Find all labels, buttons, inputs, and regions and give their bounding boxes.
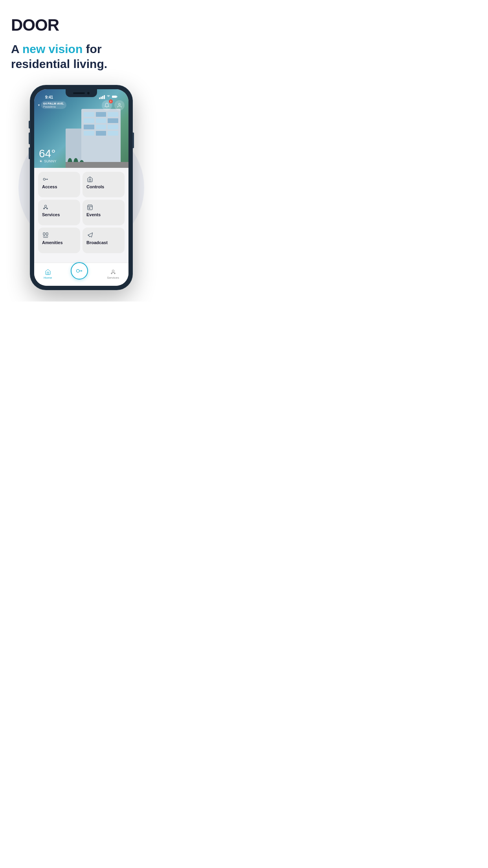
svg-rect-14 xyxy=(88,205,92,210)
amenities-card[interactable]: Amenities xyxy=(38,228,80,253)
profile-button[interactable] xyxy=(114,100,125,110)
address-pill: 64 PALM AVE. Pasadena xyxy=(41,101,66,109)
sun-icon xyxy=(39,159,43,163)
events-label: Events xyxy=(86,212,121,217)
services-icon xyxy=(42,204,49,211)
svg-point-3 xyxy=(40,160,42,162)
wifi-icon xyxy=(106,95,110,99)
access-card[interactable]: Access xyxy=(38,172,80,197)
front-camera xyxy=(87,92,90,94)
svg-rect-1 xyxy=(117,96,117,97)
tagline-part1: A xyxy=(11,42,22,55)
building-illustration xyxy=(66,101,128,168)
road xyxy=(66,162,128,168)
speaker xyxy=(73,92,85,94)
side-button-left-2 xyxy=(29,132,30,144)
broadcast-card[interactable]: Broadcast xyxy=(83,228,125,253)
bottom-nav: Home xyxy=(34,263,128,286)
megaphone-icon xyxy=(86,232,94,239)
side-button-left-1 xyxy=(29,121,30,129)
phone-mockup: 9:41 xyxy=(11,85,152,290)
nav-key-button[interactable] xyxy=(71,262,88,280)
notification-badge: 1 xyxy=(109,99,113,103)
weather-condition: SUNNY xyxy=(39,159,57,163)
svg-point-11 xyxy=(44,205,46,207)
svg-line-7 xyxy=(42,162,42,163)
nav-services[interactable]: Services xyxy=(107,269,119,280)
amenities-label: Amenities xyxy=(42,240,76,245)
svg-rect-20 xyxy=(46,233,48,235)
app-title: DOOR xyxy=(11,16,152,35)
weather-overlay: 64° SUNNY xyxy=(39,148,57,163)
signal-bars-icon xyxy=(99,95,105,99)
building-windows xyxy=(81,109,121,139)
address-sub: Pasadena xyxy=(43,105,64,108)
broadcast-label: Broadcast xyxy=(86,240,121,245)
nav-home-label: Home xyxy=(44,276,52,280)
svg-point-2 xyxy=(119,103,121,105)
user-icon xyxy=(117,103,122,108)
svg-point-10 xyxy=(43,178,45,180)
status-icons xyxy=(99,95,117,99)
top-right-icons: 1 xyxy=(102,100,125,110)
services-card[interactable]: Services xyxy=(38,200,80,225)
grid-row-2: Services xyxy=(38,200,125,225)
tagline: A new vision for residential living. xyxy=(11,42,152,71)
side-button-left-3 xyxy=(29,147,30,159)
phone-device: 9:41 xyxy=(30,85,132,290)
nav-services-label: Services xyxy=(107,276,119,280)
services-label: Services xyxy=(42,212,76,217)
svg-rect-18 xyxy=(89,208,90,209)
svg-line-22 xyxy=(88,235,89,235)
grid-row-1: Access Controls xyxy=(38,172,125,197)
svg-point-24 xyxy=(112,270,114,272)
svg-rect-0 xyxy=(112,96,117,98)
chevron-down-icon: ▾ xyxy=(38,103,40,107)
calendar-icon xyxy=(86,204,94,211)
controls-label: Controls xyxy=(86,184,121,189)
svg-point-23 xyxy=(77,269,80,272)
events-card[interactable]: Events xyxy=(83,200,125,225)
grid-row-3: Amenities Broadcast xyxy=(38,228,125,253)
side-button-right xyxy=(132,132,134,148)
bell-icon xyxy=(104,103,110,108)
svg-line-6 xyxy=(40,160,40,160)
home-controls-icon xyxy=(86,176,94,183)
svg-rect-19 xyxy=(43,233,45,235)
grid-section: Access Controls xyxy=(34,168,128,263)
condition-text: SUNNY xyxy=(44,159,57,163)
address-bar[interactable]: ▾ 64 PALM AVE. Pasadena xyxy=(38,101,66,109)
phone-notch xyxy=(66,89,97,97)
address-main: 64 PALM AVE. xyxy=(43,102,64,105)
controls-card[interactable]: Controls xyxy=(83,172,125,197)
phone-screen: 9:41 xyxy=(34,89,128,286)
battery-icon xyxy=(112,95,117,99)
notification-button[interactable]: 1 xyxy=(102,100,112,110)
pool-icon xyxy=(42,232,49,239)
temperature: 64° xyxy=(39,148,57,159)
access-label: Access xyxy=(42,184,76,189)
nav-home[interactable]: Home xyxy=(44,269,52,280)
key-icon xyxy=(42,176,49,183)
page-container: DOOR A new vision for residential living… xyxy=(0,0,163,302)
status-time: 9:41 xyxy=(45,95,53,99)
tagline-highlight: new vision xyxy=(22,42,83,55)
hero-section: 9:41 xyxy=(34,89,128,168)
